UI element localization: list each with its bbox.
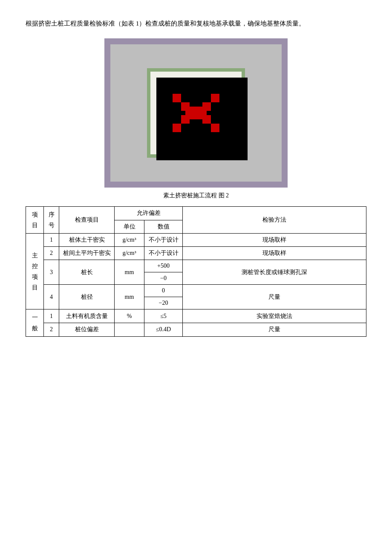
item-2: 桩间土平均干密实 [59, 247, 115, 260]
unit-1: g/cm³ [115, 234, 144, 247]
header-dw: 单位 [115, 220, 144, 234]
header-yunxupiancha: 允许偏差 [115, 207, 183, 220]
diagram-outer-frame [104, 38, 288, 188]
method-g1: 实验室焙烧法 [183, 309, 366, 323]
item-g1: 土料有机质含量 [59, 309, 115, 323]
unit-g1: % [115, 309, 144, 323]
svg-rect-0 [173, 94, 181, 102]
table-row: 3 桩长 mm +500 测桩管长度或锤球测孔深 [26, 260, 366, 272]
group-yiban: 一般 [26, 309, 44, 336]
value-4a: 0 [144, 285, 183, 297]
table-row: 2 桩位偏差 ≤0.4D 尺量 [26, 323, 366, 337]
seq-1: 1 [44, 234, 59, 247]
value-4b: −20 [144, 297, 183, 309]
svg-rect-10 [211, 124, 219, 132]
table-row: 一般 1 土料有机质含量 % ≤5 实验室焙烧法 [26, 309, 366, 323]
item-4: 桩径 [59, 285, 115, 309]
item-3: 桩长 [59, 260, 115, 285]
group-zhukon: 主控项目 [26, 234, 44, 309]
method-1: 现场取样 [183, 234, 366, 247]
svg-rect-2 [211, 94, 219, 102]
table-row: 4 桩径 mm 0 尺量 [26, 285, 366, 297]
unit-2: g/cm³ [115, 247, 144, 260]
value-1: 不小于设计 [144, 234, 183, 247]
table-row: 2 桩间土平均干密实 g/cm³ 不小于设计 现场取样 [26, 247, 366, 260]
table-row: 主控项目 1 桩体土干密实 g/cm³ 不小于设计 现场取样 [26, 234, 366, 247]
method-4: 尺量 [183, 285, 366, 309]
diagram-container [26, 38, 366, 188]
unit-4: mm [115, 285, 144, 309]
method-3: 测桩管长度或锤球测孔深 [183, 260, 366, 285]
seq-2: 2 [44, 247, 59, 260]
diagram-caption: 素土挤密桩施工流程 图 2 [26, 192, 366, 199]
intro-paragraph: 根据挤密土桩工程质量检验标准（如表 1）检查成桩的质量和复核地基承载量，确保地基… [26, 17, 366, 30]
method-g2: 尺量 [183, 323, 366, 337]
unit-g2 [115, 323, 144, 337]
method-2: 现场取样 [183, 247, 366, 260]
header-jyfz: 检验方法 [183, 207, 366, 234]
red-x-icon [173, 94, 219, 132]
value-3b: −0 [144, 272, 183, 285]
item-g2: 桩位偏差 [59, 323, 115, 337]
svg-rect-8 [173, 124, 181, 132]
value-g1: ≤5 [144, 309, 183, 323]
value-2: 不小于设计 [144, 247, 183, 260]
header-jcxm: 检查项目 [59, 207, 115, 234]
seq-4: 4 [44, 285, 59, 309]
header-xh: 序号 [44, 207, 59, 234]
value-3a: +500 [144, 260, 183, 272]
seq-3: 3 [44, 260, 59, 285]
seq-g2: 2 [44, 323, 59, 337]
header-xm: 项目 [26, 207, 44, 234]
svg-rect-9 [202, 115, 211, 124]
unit-3: mm [115, 260, 144, 285]
diagram-inner-frame [147, 68, 245, 158]
quality-table: 项目 序号 检查项目 允许偏差 检验方法 单位 数值 主控项目 1 桩体土干密实… [26, 206, 366, 337]
seq-g1: 1 [44, 309, 59, 323]
header-sz: 数值 [144, 220, 183, 234]
item-1: 桩体土干密实 [59, 234, 115, 247]
svg-rect-7 [181, 115, 190, 124]
value-g2: ≤0.4D [144, 323, 183, 337]
